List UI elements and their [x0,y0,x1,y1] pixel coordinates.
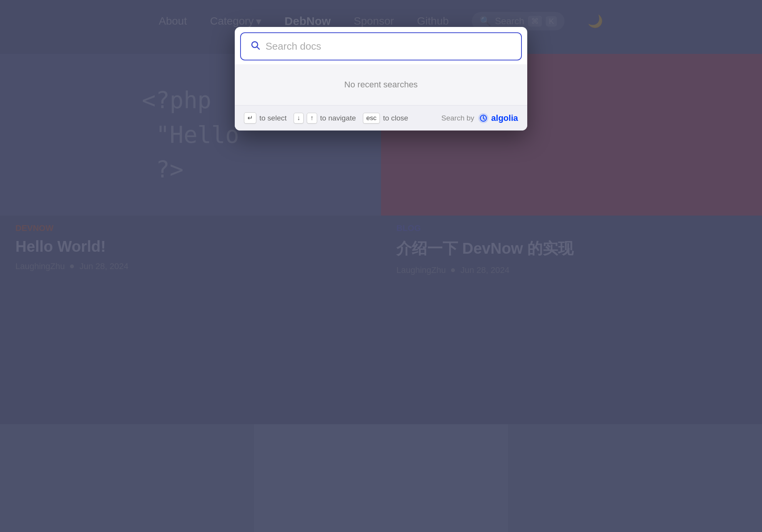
kbd-down: ↓ [294,113,304,124]
algolia-logo: algolia [478,113,518,124]
kbd-up: ↑ [307,113,317,124]
search-by-label: Search by [441,114,475,122]
hint-close-group: esc to close [363,113,408,124]
search-docs-input[interactable] [266,40,512,52]
hint-navigate-group: ↓ ↑ to navigate [294,113,356,124]
hint-close-label: to close [383,114,408,122]
algolia-icon [478,113,489,124]
svg-line-1 [257,47,259,49]
search-footer: ↵ to select ↓ ↑ to navigate esc to close… [235,105,527,130]
hint-select-label: to select [259,114,287,122]
no-recent-text: No recent searches [344,80,418,90]
search-results-area: No recent searches [235,64,527,105]
search-input-row [240,32,522,60]
search-modal-icon [250,40,260,53]
search-modal: No recent searches ↵ to select ↓ ↑ to na… [235,27,527,130]
search-by-row: Search by algolia [441,113,518,124]
kbd-esc: esc [363,113,380,124]
hint-navigate-label: to navigate [320,114,356,122]
algolia-label: algolia [491,113,518,123]
kbd-enter: ↵ [244,112,256,124]
keyboard-hints: ↵ to select ↓ ↑ to navigate esc to close [244,112,408,124]
hint-select-group: ↵ to select [244,112,287,124]
